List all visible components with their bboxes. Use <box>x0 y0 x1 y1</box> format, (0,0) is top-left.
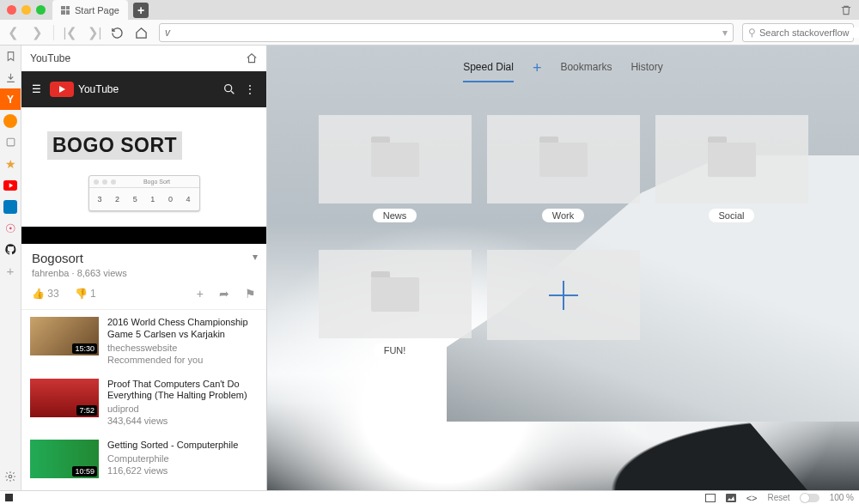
window-minimize-button[interactable] <box>21 5 31 15</box>
notes-panel-icon[interactable] <box>0 131 21 153</box>
hacker-news-panel-icon[interactable]: Y <box>0 88 21 110</box>
youtube-more-icon[interactable]: ⋮ <box>245 83 256 95</box>
tiling-icon[interactable] <box>705 494 716 502</box>
video-views: 8,663 views <box>77 268 127 278</box>
reco-title: Proof That Computers Can't Do Everything… <box>107 379 258 403</box>
address-bar[interactable]: ▾ <box>159 23 734 42</box>
page-actions-icon[interactable]: <> <box>746 493 758 503</box>
plus-icon <box>549 295 578 296</box>
tab-speed-dial[interactable]: Speed Dial <box>463 61 514 82</box>
num: 0 <box>168 195 173 203</box>
video-metadata: ▾ Bogosort fahrenba · 8,663 views 👍 33 👎… <box>21 244 266 310</box>
extension-panel-icon[interactable] <box>0 110 21 131</box>
search-icon: ⚲ <box>748 27 756 39</box>
image-toggle-icon[interactable] <box>726 494 736 502</box>
speed-dial-folder[interactable]: FUN! <box>319 250 472 357</box>
window-close-button[interactable] <box>7 5 16 15</box>
reco-channel: udiprod <box>107 404 258 414</box>
recommended-item[interactable]: 7:52 Proof That Computers Can't Do Every… <box>21 372 266 434</box>
youtube-play-icon <box>50 82 74 97</box>
speed-dial-folder[interactable]: Social <box>655 115 808 222</box>
panel-home-icon[interactable] <box>246 52 258 64</box>
search-input[interactable] <box>759 27 859 38</box>
reco-channel: Computerphile <box>107 453 258 464</box>
flag-icon[interactable]: ⚑ <box>245 287 256 301</box>
reco-meta: 343,644 views <box>107 416 258 426</box>
title-bar: Start Page + <box>0 0 859 20</box>
recommended-list: 15:30 2016 World Chess Championship Game… <box>21 310 266 490</box>
new-tab-button[interactable]: + <box>133 3 149 18</box>
search-field[interactable]: ⚲ ▾ <box>742 23 854 42</box>
panel-header: YouTube <box>21 46 266 71</box>
video-overlay-title: BOGO SORT <box>47 131 182 160</box>
fast-forward-button[interactable]: ❯| <box>87 25 102 40</box>
svg-point-2 <box>9 475 12 478</box>
add-web-panel-button[interactable]: + <box>0 260 21 282</box>
youtube-search-icon[interactable] <box>222 82 236 96</box>
folder-icon <box>371 143 419 177</box>
speed-dial-icon <box>61 6 70 15</box>
youtube-logo[interactable]: YouTube <box>50 82 119 97</box>
dot-icon <box>3 200 17 214</box>
zoom-slider[interactable] <box>801 494 819 502</box>
svg-rect-4 <box>705 494 715 501</box>
youtube-menu-icon[interactable]: ☰ <box>32 83 41 95</box>
share-icon[interactable]: ➦ <box>219 287 229 301</box>
add-to-icon[interactable]: + <box>197 287 204 301</box>
video-author[interactable]: fahrenba <box>32 268 69 278</box>
downloads-panel-icon[interactable] <box>0 67 21 88</box>
zoom-reset-button[interactable]: Reset <box>768 493 790 502</box>
reco-title: 2016 World Chess Championship Game 5 Car… <box>107 317 258 341</box>
speed-dial-grid: News Work Social FUN! <box>267 115 859 357</box>
bookmarks-panel-icon[interactable] <box>0 46 21 67</box>
tab-bookmarks[interactable]: Bookmarks <box>560 61 612 82</box>
recommended-item[interactable]: 15:30 2016 World Chess Championship Game… <box>21 310 266 372</box>
panel-toggle-icon[interactable] <box>5 494 13 501</box>
speed-dial-folder[interactable]: News <box>319 115 472 222</box>
active-tab[interactable]: Start Page <box>52 0 128 20</box>
web-panel-icon-2[interactable]: ☉ <box>0 217 21 239</box>
add-speed-dial-button[interactable] <box>487 250 640 357</box>
svg-point-3 <box>225 85 232 92</box>
dot-icon <box>3 114 17 128</box>
youtube-logo-text: YouTube <box>78 83 119 95</box>
status-bar: <> Reset 100 % <box>0 490 859 504</box>
panel-title: YouTube <box>30 52 70 64</box>
youtube-panel-icon[interactable] <box>0 174 21 196</box>
speed-dial-folder[interactable]: Work <box>487 115 640 222</box>
like-button[interactable]: 👍 33 <box>32 288 59 300</box>
reload-button[interactable] <box>111 27 126 39</box>
panel-icon-rail: Y ★ ☉ + <box>0 46 21 490</box>
video-mini-window: Bogo Sort 3 2 5 1 0 4 <box>88 175 200 211</box>
closed-tabs-trash-button[interactable] <box>840 0 852 20</box>
start-page-tabs: Speed Dial + Bookmarks History <box>267 46 859 91</box>
tab-history[interactable]: History <box>631 61 662 82</box>
github-panel-icon[interactable] <box>0 239 21 260</box>
expand-description-icon[interactable]: ▾ <box>253 251 258 263</box>
bookmark-page-icon[interactable]: ▾ <box>722 27 728 39</box>
nav-forward-button[interactable]: ❯ <box>29 25 45 40</box>
reco-title: Getting Sorted - Computerphile <box>107 440 258 452</box>
add-speed-dial-group-icon[interactable]: + <box>533 61 542 82</box>
navigation-toolbar: ❮ ❯ |❮ ❯| ▾ ⚲ ▾ <box>0 20 859 46</box>
trello-panel-icon[interactable] <box>0 196 21 217</box>
nav-back-button[interactable]: ❮ <box>5 25 21 40</box>
home-button[interactable] <box>135 27 150 39</box>
video-player-area: BOGO SORT Bogo Sort 3 2 5 1 0 4 <box>21 107 266 244</box>
dislike-button[interactable]: 👎 1 <box>75 288 96 300</box>
mini-window-title: Bogo Sort <box>119 179 195 185</box>
rewind-button[interactable]: |❮ <box>63 25 78 40</box>
address-input[interactable] <box>165 27 717 39</box>
youtube-top-bar: ☰ YouTube ⋮ <box>21 71 266 107</box>
reco-meta: Recommended for you <box>107 355 258 365</box>
folder-icon <box>708 143 756 177</box>
web-panel: YouTube ☰ YouTube ⋮ BOGO SORT <box>21 46 267 490</box>
web-panel-icon[interactable]: ★ <box>0 153 21 174</box>
svg-rect-5 <box>726 494 736 502</box>
window-maximize-button[interactable] <box>36 5 46 15</box>
duration-badge: 15:30 <box>72 343 97 354</box>
num: 1 <box>150 195 155 203</box>
num: 3 <box>98 195 102 203</box>
num: 2 <box>115 195 119 203</box>
dial-label: Work <box>542 209 584 222</box>
